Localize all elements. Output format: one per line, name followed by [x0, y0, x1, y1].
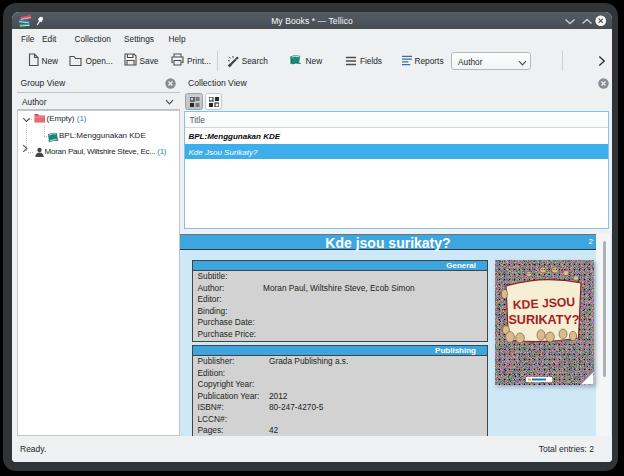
- svg-text:SURIKATY?: SURIKATY?: [508, 312, 579, 326]
